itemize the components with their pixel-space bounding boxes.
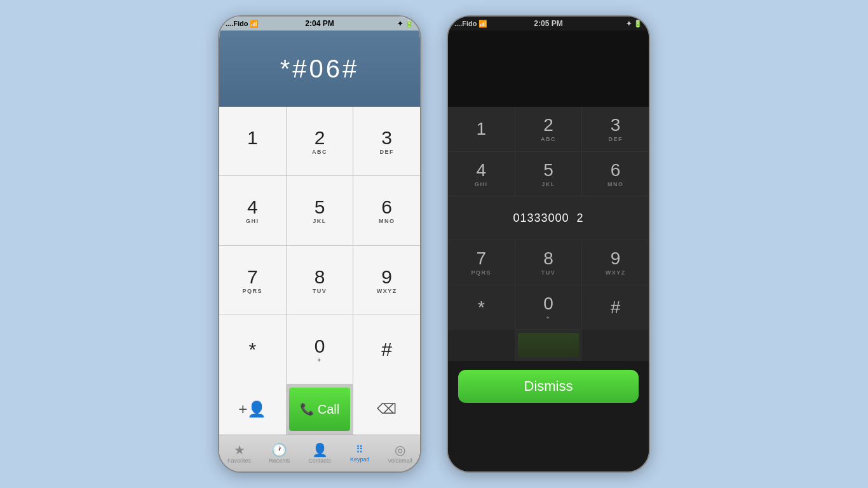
add-contact-icon: +👤 (238, 400, 266, 418)
favorites-icon: ★ (234, 444, 245, 456)
tab-contacts[interactable]: 👤 Contacts (299, 444, 339, 464)
dialed-number-1: *#06# (280, 55, 360, 83)
dismiss-button[interactable]: Dismiss (458, 370, 639, 403)
key-dark-8[interactable]: 8 TUV (515, 240, 582, 285)
key-dark-5[interactable]: 5 JKL (515, 152, 582, 196)
tab-keypad-label: Keypad (350, 456, 370, 463)
add-contact-button[interactable]: +👤 (219, 384, 286, 435)
key-dark-hash[interactable]: # (582, 285, 649, 330)
key-4[interactable]: 4 GHI (219, 176, 286, 245)
keypad-icon: ⠿ (356, 445, 363, 455)
key-star[interactable]: * (219, 315, 286, 384)
imei-display-row: 01333000 2 (448, 196, 649, 240)
carrier-1: ....Fido 📶 (226, 20, 259, 28)
tab-favorites-label: Favorites (227, 458, 251, 464)
key-9[interactable]: 9 WXYZ (353, 246, 420, 315)
wifi-icon-2: 📶 (478, 20, 487, 28)
bluetooth-icon-1: ✦ (397, 20, 403, 28)
bottom-row-1: +👤 📞 Call ⌫ (219, 384, 420, 435)
bluetooth-icon-2: ✦ (626, 20, 632, 28)
call-label: Call (318, 402, 339, 417)
recents-icon: 🕐 (271, 444, 287, 456)
dismiss-label: Dismiss (524, 378, 573, 395)
key-dark-6[interactable]: 6 MNO (582, 152, 649, 196)
key-1[interactable]: 1 (219, 107, 286, 175)
bottom-row-2 (448, 329, 649, 361)
key-dark-0[interactable]: 0 + (515, 285, 582, 330)
key-0[interactable]: 0 + (287, 315, 353, 384)
time-1: 2:04 PM (305, 19, 334, 28)
phone-1: ....Fido 📶 2:04 PM ✦ 🔋 *#06# 1 2 ABC 3 D… (218, 15, 421, 473)
key-3[interactable]: 3 DEF (353, 107, 420, 175)
tab-voicemail[interactable]: ◎ Voicemail (380, 444, 420, 464)
dark-add-contact (448, 329, 515, 361)
call-icon: 📞 (300, 402, 314, 416)
battery-icon-2: 🔋 (634, 20, 642, 28)
carrier-2: ....Fido 📶 (454, 20, 487, 28)
key-dark-2[interactable]: 2 ABC (515, 107, 582, 151)
key-dark-4[interactable]: 4 GHI (448, 152, 515, 196)
tab-recents[interactable]: 🕐 Recents (259, 444, 299, 464)
key-dark-1[interactable]: 1 (448, 107, 515, 151)
status-icons-1: ✦ 🔋 (397, 20, 414, 28)
keypad-1: 1 2 ABC 3 DEF 4 GHI 5 JKL 6 MNO 7 PQRS 8 (219, 107, 420, 384)
status-bar-1: ....Fido 📶 2:04 PM ✦ 🔋 (219, 17, 420, 30)
tab-bar-1: ★ Favorites 🕐 Recents 👤 Contacts ⠿ Keypa… (219, 435, 420, 471)
key-7[interactable]: 7 PQRS (219, 246, 286, 315)
display-area-2 (448, 30, 649, 107)
key-dark-7[interactable]: 7 PQRS (448, 240, 515, 285)
dismiss-area: Dismiss (448, 361, 649, 412)
tab-favorites[interactable]: ★ Favorites (219, 444, 259, 464)
wifi-icon-1: 📶 (250, 20, 259, 28)
time-2: 2:05 PM (534, 19, 562, 28)
key-dark-3[interactable]: 3 DEF (582, 107, 649, 151)
tab-contacts-label: Contacts (308, 458, 331, 464)
tab-recents-label: Recents (269, 458, 290, 464)
display-area-1: *#06# (219, 30, 420, 107)
voicemail-icon: ◎ (395, 444, 405, 456)
call-button[interactable]: 📞 Call (289, 388, 351, 431)
keypad-2: 1 2 ABC 3 DEF 4 GHI 5 JKL 6 MNO (448, 107, 649, 196)
dark-call-button[interactable] (518, 333, 580, 357)
tab-keypad[interactable]: ⠿ Keypad (340, 445, 380, 463)
key-6[interactable]: 6 MNO (353, 176, 420, 245)
key-dark-star[interactable]: * (448, 285, 515, 330)
keypad-2b: 7 PQRS 8 TUV 9 WXYZ * 0 + # (448, 240, 649, 329)
key-dark-9[interactable]: 9 WXYZ (582, 240, 649, 285)
dark-delete (582, 329, 649, 361)
imei-number: 01333000 2 (513, 212, 583, 225)
dark-spacer (448, 412, 649, 471)
key-8[interactable]: 8 TUV (287, 246, 353, 315)
delete-button[interactable]: ⌫ (353, 384, 420, 435)
key-5[interactable]: 5 JKL (287, 176, 353, 245)
battery-icon-1: 🔋 (405, 20, 414, 28)
key-hash[interactable]: # (353, 315, 420, 384)
contacts-icon: 👤 (312, 444, 328, 456)
key-2[interactable]: 2 ABC (287, 107, 353, 175)
delete-icon: ⌫ (377, 401, 397, 417)
status-bar-2: ....Fido 📶 2:05 PM ✦ 🔋 (448, 17, 649, 30)
status-icons-2: ✦ 🔋 (626, 20, 642, 28)
phone-2: ....Fido 📶 2:05 PM ✦ 🔋 1 2 ABC 3 DEF 4 G… (447, 15, 650, 473)
tab-voicemail-label: Voicemail (388, 458, 412, 464)
